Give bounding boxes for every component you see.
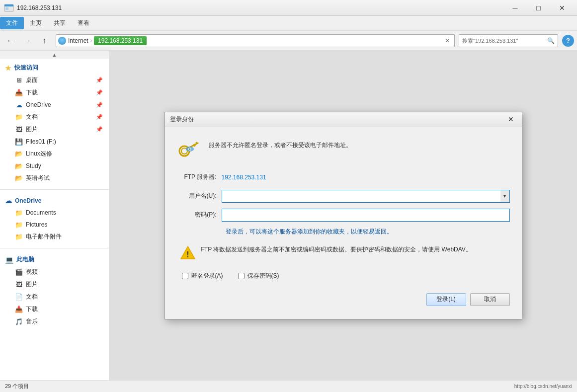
sidebar-item-files01-label: Files01 (F:) bbox=[26, 138, 56, 145]
pc-downloads-icon: 📥 bbox=[15, 306, 23, 314]
save-password-label: 保存密码(S) bbox=[247, 272, 279, 280]
save-password-checkbox-label[interactable]: 保存密码(S) bbox=[238, 272, 279, 280]
dialog-top: 服务器不允许匿名登录，或者不接受该电子邮件地址。 bbox=[177, 137, 510, 161]
maximize-button[interactable]: □ bbox=[527, 1, 550, 15]
sidebar-item-videos-label: 视频 bbox=[26, 268, 38, 276]
onedrive-section: ☁ OneDrive 📁 Documents 📁 Pictures 📁 电子邮件… bbox=[0, 192, 109, 246]
sidebar-item-pictures-label: 图片 bbox=[26, 125, 38, 134]
sidebar-item-downloads-label: 下载 bbox=[26, 88, 38, 97]
save-password-checkbox[interactable] bbox=[238, 273, 245, 279]
toolbar: ← → ↑ Internet › 192.168.253.131 ✕ 🔍 ? bbox=[0, 31, 577, 51]
od-email-icon: 📁 bbox=[15, 233, 23, 241]
window-controls: ─ □ ✕ bbox=[504, 1, 573, 15]
sidebar-item-study[interactable]: 📂 Study bbox=[1, 160, 108, 172]
search-icon[interactable]: 🔍 bbox=[547, 37, 555, 44]
menu-home[interactable]: 主页 bbox=[24, 17, 48, 29]
folder-doc-icon: 📁 bbox=[15, 113, 23, 121]
sidebar-item-downloads[interactable]: 📥 下载 📌 bbox=[1, 86, 108, 99]
sidebar-item-pc-pictures[interactable]: 🖼 图片 bbox=[1, 278, 108, 291]
search-input[interactable] bbox=[462, 38, 547, 44]
download-folder-icon: 📥 bbox=[15, 89, 23, 97]
dialog-title: 登录身份 bbox=[170, 115, 505, 124]
sidebar-item-music[interactable]: 🎵 音乐 bbox=[1, 315, 108, 328]
folder-study-icon: 📂 bbox=[15, 162, 23, 170]
anonymous-login-label: 匿名登录(A) bbox=[191, 272, 223, 280]
pc-pictures-icon: 🖼 bbox=[15, 281, 23, 289]
ftp-server-value: 192.168.253.131 bbox=[222, 171, 510, 184]
status-count: 29 个项目 bbox=[5, 383, 514, 390]
sidebar-item-od-email[interactable]: 📁 电子邮件附件 bbox=[1, 231, 108, 243]
sidebar-item-onedrive-quick[interactable]: ☁ OneDrive 📌 bbox=[1, 99, 108, 111]
sidebar-item-od-pictures-label: Pictures bbox=[26, 221, 47, 228]
back-button[interactable]: ← bbox=[3, 33, 18, 48]
desktop-icon: 🖥 bbox=[15, 77, 23, 84]
login-dialog: 登录身份 ✕ bbox=[165, 112, 522, 319]
checkbox-row: 匿名登录(A) 保存密码(S) bbox=[177, 272, 510, 280]
address-arrow: › bbox=[90, 38, 92, 43]
pin-icon-5: 📌 bbox=[96, 126, 103, 133]
sidebar-item-desktop[interactable]: 🖥 桌面 📌 bbox=[1, 74, 108, 86]
warning-box: ! FTP 将数据发送到服务器之前不加密或编码密码或数据。要保护密码和数据的安全… bbox=[177, 242, 510, 264]
sidebar-item-pc-documents[interactable]: 📄 文档 bbox=[1, 291, 108, 303]
sidebar-item-od-documents-label: Documents bbox=[26, 209, 56, 216]
quick-access-header: ★ 快速访问 bbox=[0, 62, 109, 74]
up-button[interactable]: ↑ bbox=[37, 33, 52, 48]
search-box[interactable]: 🔍 bbox=[459, 34, 558, 47]
sidebar-item-pc-pictures-label: 图片 bbox=[26, 280, 38, 289]
content-area: 登录身份 ✕ bbox=[109, 51, 577, 380]
sidebar-item-files01[interactable]: 💾 Files01 (F:) bbox=[1, 136, 108, 148]
sidebar-item-od-pictures[interactable]: 📁 Pictures bbox=[1, 219, 108, 231]
address-bar[interactable]: Internet › 192.168.253.131 ✕ bbox=[56, 34, 455, 47]
minimize-button[interactable]: ─ bbox=[504, 1, 526, 15]
cloud-icon-header: ☁ bbox=[5, 197, 12, 205]
quick-access-label: 快速访问 bbox=[14, 64, 38, 72]
status-bar: 29 个项目 http://blog.csdn.net/yuanxi bbox=[0, 380, 577, 392]
status-url: http://blog.csdn.net/yuanxi bbox=[514, 384, 572, 389]
sidebar-item-pictures[interactable]: 🖼 图片 📌 bbox=[1, 123, 108, 136]
username-select[interactable]: ▾ bbox=[222, 190, 510, 203]
anonymous-login-checkbox[interactable] bbox=[182, 273, 188, 279]
close-window-button[interactable]: ✕ bbox=[551, 1, 573, 15]
pc-documents-icon: 📄 bbox=[15, 293, 23, 301]
sidebar-item-pc-downloads[interactable]: 📥 下载 bbox=[1, 303, 108, 315]
login-button[interactable]: 登录(L) bbox=[426, 293, 466, 306]
dialog-body: 服务器不允许匿名登录，或者不接受该电子邮件地址。 FTP 服务器: 192.16… bbox=[165, 127, 522, 319]
help-button[interactable]: ? bbox=[562, 35, 574, 47]
onedrive-label: OneDrive bbox=[15, 197, 41, 204]
quick-access-section: ★ 快速访问 🖥 桌面 📌 📥 下载 📌 ☁ OneDrive 📌 bbox=[0, 59, 109, 187]
main-window: 192.168.253.131 ─ □ ✕ 文件 主页 共享 查看 ← → ↑ … bbox=[0, 0, 577, 392]
address-path: Internet › 192.168.253.131 bbox=[68, 36, 442, 45]
cancel-button[interactable]: 取消 bbox=[470, 293, 510, 306]
address-segment-internet: Internet bbox=[68, 37, 88, 44]
sidebar-item-english[interactable]: 📂 英语考试 bbox=[1, 172, 108, 184]
info-message: 登录后，可以将这个服务器添加到你的收藏夹，以便轻易返回。 bbox=[226, 228, 510, 236]
menu-share[interactable]: 共享 bbox=[48, 17, 72, 29]
forward-button[interactable]: → bbox=[20, 33, 35, 48]
ftp-server-row: FTP 服务器: 192.168.253.131 bbox=[177, 171, 510, 184]
anonymous-login-checkbox-label[interactable]: 匿名登录(A) bbox=[182, 272, 223, 280]
svg-rect-2 bbox=[5, 7, 8, 10]
sidebar-item-od-documents[interactable]: 📁 Documents bbox=[1, 207, 108, 219]
address-clear-button[interactable]: ✕ bbox=[442, 36, 452, 46]
video-icon: 🎬 bbox=[15, 268, 23, 276]
warning-icon: ! bbox=[180, 245, 196, 261]
menu-view[interactable]: 查看 bbox=[72, 17, 95, 29]
menu-file[interactable]: 文件 bbox=[0, 17, 24, 29]
username-row: 用户名(U): ▾ bbox=[177, 190, 510, 203]
dialog-close-button[interactable]: ✕ bbox=[505, 114, 517, 125]
sidebar-item-videos[interactable]: 🎬 视频 bbox=[1, 266, 108, 278]
window-icon bbox=[4, 3, 14, 13]
pin-icon: 📌 bbox=[96, 77, 103, 83]
dialog-buttons: 登录(L) 取消 bbox=[177, 288, 510, 309]
sidebar-scroll-up[interactable]: ▲ bbox=[0, 51, 109, 59]
address-globe-icon bbox=[58, 37, 66, 45]
password-input[interactable] bbox=[222, 209, 510, 222]
dialog-message: 服务器不允许匿名登录，或者不接受该电子邮件地址。 bbox=[209, 137, 352, 150]
sidebar-item-documents[interactable]: 📁 文档 📌 bbox=[1, 111, 108, 123]
username-input[interactable] bbox=[224, 190, 507, 202]
sidebar-item-linux[interactable]: 📂 Linux选修 bbox=[1, 148, 108, 160]
warning-text: FTP 将数据发送到服务器之前不加密或编码密码或数据。要保护密码和数据的安全，请… bbox=[201, 245, 472, 254]
ftp-server-label: FTP 服务器: bbox=[177, 173, 222, 181]
this-pc-header: 💻 此电脑 bbox=[0, 253, 109, 266]
username-dropdown-arrow[interactable]: ▾ bbox=[500, 190, 509, 202]
